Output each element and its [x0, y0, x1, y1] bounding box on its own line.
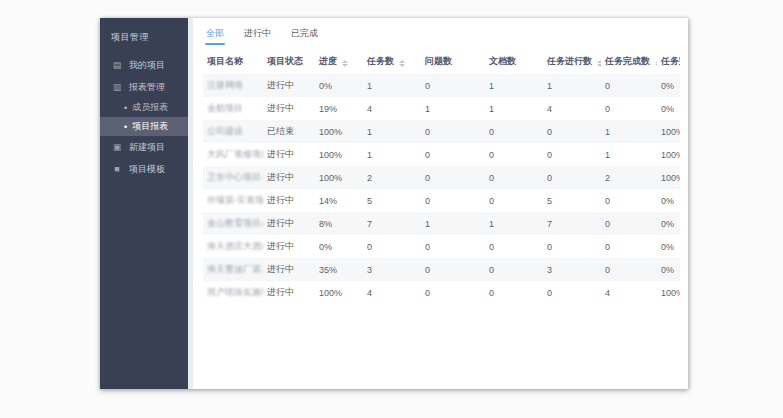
- sidebar-item-label: 新建项目: [129, 141, 165, 154]
- sidebar-item-new-project[interactable]: ▣ 新建项目: [100, 136, 188, 158]
- in-progress-cell: 0: [543, 143, 601, 166]
- progress-cell: 14%: [315, 189, 363, 212]
- status-cell: 进行中: [263, 189, 315, 212]
- sidebar-item-label: 成员报表: [132, 101, 168, 114]
- issues-cell: 0: [421, 120, 485, 143]
- completion-rate-cell: 100%: [657, 281, 680, 304]
- sidebar-item-my-projects[interactable]: ▤ 我的项目: [100, 54, 188, 76]
- col-header-tasks-in-progress[interactable]: 任务进行数: [543, 49, 601, 74]
- status-cell: 进行中: [263, 143, 315, 166]
- status-cell: 进行中: [263, 258, 315, 281]
- completed-cell: 0: [601, 212, 657, 235]
- tab-all[interactable]: 全部: [206, 27, 224, 45]
- col-header-progress[interactable]: 进度: [315, 49, 363, 74]
- issues-cell: 0: [421, 166, 485, 189]
- table-row[interactable]: 外墙第-安装项... 进行中 14% 5 0 0 5 0 0%: [203, 189, 680, 212]
- main-content: 全部 进行中 已完成 项目名称 项目状态 进度 任务数 问题数 文档数 任务进行…: [193, 18, 688, 389]
- issues-cell: 1: [421, 212, 485, 235]
- completion-rate-cell: 0%: [657, 258, 680, 281]
- progress-cell: 100%: [315, 143, 363, 166]
- table-row[interactable]: 金航项目 进行中 19% 4 1 1 4 0 0%: [203, 97, 680, 120]
- docs-cell: 1: [485, 74, 543, 97]
- in-progress-cell: 7: [543, 212, 601, 235]
- issues-cell: 0: [421, 235, 485, 258]
- in-progress-cell: 5: [543, 189, 601, 212]
- project-name-cell[interactable]: 用户现场实施项...: [203, 281, 263, 304]
- table-row[interactable]: 公司建设 已结束 100% 1 0 0 0 1 100%: [203, 120, 680, 143]
- tasks-cell: 5: [363, 189, 421, 212]
- status-cell: 进行中: [263, 97, 315, 120]
- project-name-cell[interactable]: 金山教育项目A...: [203, 212, 263, 235]
- completed-cell: 1: [601, 143, 657, 166]
- col-header-doc-count: 文档数: [485, 49, 543, 74]
- table-row[interactable]: 注册网络 进行中 0% 1 0 1 1 0 0%: [203, 74, 680, 97]
- status-cell: 进行中: [263, 212, 315, 235]
- sidebar-item-project-template[interactable]: ■ 项目模板: [100, 158, 188, 180]
- in-progress-cell: 0: [543, 166, 601, 189]
- sidebar-item-member-reports[interactable]: • 成员报表: [100, 98, 188, 117]
- project-name-cell[interactable]: 海天重油厂第二...: [203, 258, 263, 281]
- completed-cell: 0: [601, 258, 657, 281]
- col-header-completion-rate: 任务完成率: [657, 49, 680, 74]
- project-name-cell[interactable]: 卫东中心项目-全...: [203, 166, 263, 189]
- progress-cell: 35%: [315, 258, 363, 281]
- col-header-task-count[interactable]: 任务数: [363, 49, 421, 74]
- my-projects-icon: ▤: [111, 60, 123, 70]
- completed-cell: 1: [601, 120, 657, 143]
- completion-rate-cell: 0%: [657, 189, 680, 212]
- completed-cell: 4: [601, 281, 657, 304]
- sort-icon[interactable]: [342, 60, 348, 67]
- project-name-cell[interactable]: 注册网络: [203, 74, 263, 97]
- completed-cell: 0: [601, 74, 657, 97]
- docs-cell: 0: [485, 143, 543, 166]
- sort-icon[interactable]: [655, 60, 657, 67]
- project-name-cell[interactable]: 大风厂装修项目: [203, 143, 263, 166]
- tab-completed[interactable]: 已完成: [291, 27, 318, 45]
- tasks-cell: 1: [363, 74, 421, 97]
- tasks-cell: 4: [363, 97, 421, 120]
- issues-cell: 1: [421, 97, 485, 120]
- tasks-cell: 7: [363, 212, 421, 235]
- table-row[interactable]: 用户现场实施项... 进行中 100% 4 0 0 0 4 100%: [203, 281, 680, 304]
- table-row[interactable]: 海天酒店大酒店... 进行中 0% 0 0 0 0 0 0%: [203, 235, 680, 258]
- table-row[interactable]: 海天重油厂第二... 进行中 35% 3 0 0 3 0 0%: [203, 258, 680, 281]
- status-cell: 已结束: [263, 120, 315, 143]
- completion-rate-cell: 100%: [657, 143, 680, 166]
- sort-icon[interactable]: [399, 60, 405, 67]
- completion-rate-cell: 0%: [657, 97, 680, 120]
- col-header-project-name: 项目名称: [203, 49, 263, 74]
- progress-cell: 100%: [315, 166, 363, 189]
- project-name-cell[interactable]: 金航项目: [203, 97, 263, 120]
- issues-cell: 0: [421, 258, 485, 281]
- table-row[interactable]: 金山教育项目A... 进行中 8% 7 1 1 7 0 0%: [203, 212, 680, 235]
- app-window: 项目管理 ▤ 我的项目 ▥ 报表管理 • 成员报表 • 项目报表 ▣ 新建项目 …: [100, 18, 688, 389]
- completion-rate-cell: 100%: [657, 166, 680, 189]
- in-progress-cell: 3: [543, 258, 601, 281]
- tab-in-progress[interactable]: 进行中: [244, 27, 271, 45]
- progress-cell: 0%: [315, 235, 363, 258]
- docs-cell: 0: [485, 189, 543, 212]
- project-name-cell[interactable]: 公司建设: [203, 120, 263, 143]
- project-template-icon: ■: [111, 164, 123, 174]
- sidebar-item-report-management[interactable]: ▥ 报表管理: [100, 76, 188, 98]
- sidebar-item-label: 报表管理: [129, 81, 165, 94]
- project-name-cell[interactable]: 外墙第-安装项...: [203, 189, 263, 212]
- docs-cell: 0: [485, 120, 543, 143]
- status-cell: 进行中: [263, 235, 315, 258]
- project-name-cell[interactable]: 海天酒店大酒店...: [203, 235, 263, 258]
- tasks-cell: 0: [363, 235, 421, 258]
- issues-cell: 0: [421, 143, 485, 166]
- table-row[interactable]: 卫东中心项目-全... 进行中 100% 2 0 0 0 2 100%: [203, 166, 680, 189]
- docs-cell: 0: [485, 235, 543, 258]
- in-progress-cell: 4: [543, 97, 601, 120]
- completed-cell: 2: [601, 166, 657, 189]
- docs-cell: 0: [485, 281, 543, 304]
- issues-cell: 0: [421, 189, 485, 212]
- table-row[interactable]: 大风厂装修项目 进行中 100% 1 0 0 0 1 100%: [203, 143, 680, 166]
- sort-icon[interactable]: [597, 60, 601, 67]
- progress-cell: 0%: [315, 74, 363, 97]
- col-header-tasks-completed[interactable]: 任务完成数: [601, 49, 657, 74]
- docs-cell: 1: [485, 212, 543, 235]
- tasks-cell: 1: [363, 120, 421, 143]
- sidebar-item-project-reports[interactable]: • 项目报表: [100, 117, 188, 136]
